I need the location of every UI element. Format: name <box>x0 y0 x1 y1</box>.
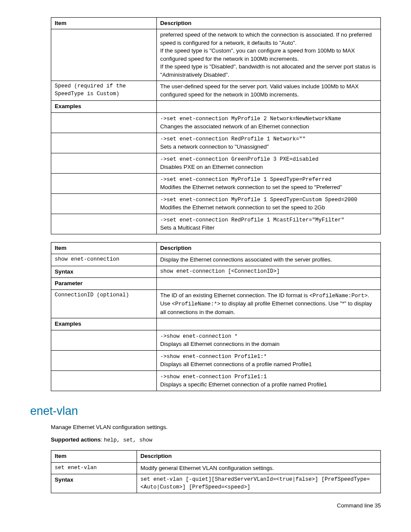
desc-speed: The user-defined speed for the server po… <box>156 81 380 101</box>
syntax-label: Syntax <box>51 474 137 493</box>
supported-actions: Supported actions: help, set, show <box>51 436 381 445</box>
example-desc: Sets a Multicast Filter <box>160 224 215 231</box>
example-desc: Modifies the Ethernet network connection… <box>160 184 342 190</box>
page-footer: Command line 35 <box>30 502 381 510</box>
table-show-enet-connection: Item Description show enet-connection Di… <box>51 242 381 391</box>
syntax-value: set enet-vlan [-quiet][SharedServerVLanI… <box>137 474 380 493</box>
param-item: ConnectionID (optional) <box>51 289 157 318</box>
example-desc: Changes the associated network of an Eth… <box>160 123 309 130</box>
param-desc: The ID of an existing Ethernet connectio… <box>156 289 380 318</box>
example-desc: Displays a specific Ethernet connection … <box>160 381 327 388</box>
example-desc: Modifies the Ethernet network connection… <box>160 204 325 211</box>
col-desc-header: Description <box>137 451 380 462</box>
example-cmd: ->set enet-connection MyProfile 2 Networ… <box>160 116 341 122</box>
col-item-header: Item <box>51 451 137 462</box>
col-desc-header: Description <box>156 242 380 254</box>
syntax-value: show enet-connection [<ConnectionID>] <box>156 266 380 277</box>
col-desc-header: Description <box>156 18 380 29</box>
example-cmd: ->show enet-connection Profile1:* <box>160 354 267 360</box>
section-title-enet-vlan: enet-vlan <box>30 403 381 420</box>
col-item-header: Item <box>51 18 157 29</box>
col-item-header: Item <box>51 242 157 254</box>
example-cmd: ->set enet-connection GreenProfile 3 PXE… <box>160 156 319 162</box>
desc-show: Display the Ethernet connections associa… <box>156 254 380 266</box>
item-speed: Speed (required if the SpeedType is Cust… <box>51 81 157 101</box>
example-cmd: ->show enet-connection Profile1:1 <box>160 374 267 380</box>
item-cell <box>51 29 157 81</box>
example-cmd: ->set enet-connection MyProfile 1 SpeedT… <box>160 197 358 203</box>
examples-label: Examples <box>51 101 157 112</box>
example-desc: Displays all Ethernet connections in the… <box>160 341 280 347</box>
example-cmd: ->set enet-connection RedProfile 1 Mcast… <box>160 217 345 223</box>
syntax-label: Syntax <box>51 266 157 277</box>
item-show: show enet-connection <box>51 254 157 266</box>
example-desc: Disables PXE on an Ethernet connection <box>160 164 263 170</box>
desc-cell: preferred speed of the network to which … <box>156 29 380 81</box>
examples-label: Examples <box>51 318 157 330</box>
example-cmd: ->set enet-connection MyProfile 1 SpeedT… <box>160 177 332 183</box>
table-set-enet-vlan: Item Description set enet-vlan Modify ge… <box>51 450 381 493</box>
example-desc: Sets a network connection to "Unassigned… <box>160 143 269 150</box>
table-set-enet-connection: Item Description preferred speed of the … <box>51 17 381 234</box>
parameter-label: Parameter <box>51 278 157 289</box>
desc-set-vlan: Modify general Ethernet VLAN configurati… <box>137 462 380 474</box>
intro-text: Manage Ethernet VLAN configuration setti… <box>51 423 381 431</box>
item-set-vlan: set enet-vlan <box>51 462 137 474</box>
example-cmd: ->set enet-connection RedProfile 1 Netwo… <box>160 136 306 142</box>
example-cmd: ->show enet-connection * <box>160 333 238 339</box>
example-desc: Displays all Ethernet connections of a p… <box>160 361 312 367</box>
